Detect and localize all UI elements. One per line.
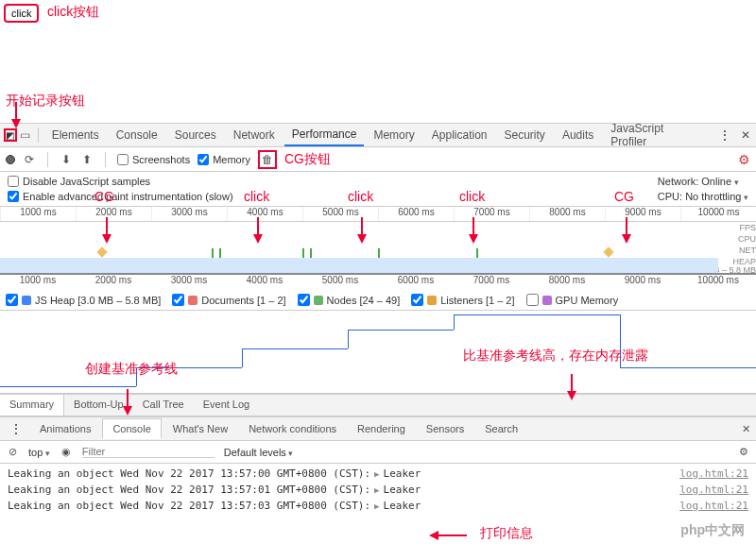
tab-calltree[interactable]: Call Tree bbox=[133, 395, 194, 416]
memory-legend: JS Heap [3.0 MB – 5.8 MB] Documents [1 –… bbox=[0, 290, 756, 311]
network-select[interactable]: Online bbox=[701, 176, 738, 187]
tab-sources[interactable]: Sources bbox=[167, 125, 224, 145]
console-toolbar: ⊘ top ◉ Default levels ⚙ bbox=[0, 441, 756, 464]
reload-icon[interactable]: ⟳ bbox=[23, 153, 36, 166]
tab-memory[interactable]: Memory bbox=[366, 125, 421, 145]
drawer-more-icon[interactable]: ⋮ bbox=[4, 421, 28, 436]
levels-select[interactable]: Default levels bbox=[224, 447, 294, 458]
drawer-animations[interactable]: Animations bbox=[30, 419, 100, 438]
drawer-sensors[interactable]: Sensors bbox=[417, 419, 473, 438]
drawer-netcond[interactable]: Network conditions bbox=[239, 419, 346, 438]
separator bbox=[38, 127, 39, 143]
page-click-button[interactable]: click bbox=[4, 4, 39, 23]
drawer-console[interactable]: Console bbox=[102, 418, 161, 439]
memory-chart[interactable] bbox=[0, 311, 756, 394]
disable-js-samples[interactable]: Disable JavaScript samples bbox=[8, 176, 233, 187]
drawer-whatsnew[interactable]: What's New bbox=[163, 419, 237, 438]
inspect-icon[interactable]: ◩ bbox=[4, 128, 17, 142]
download-icon[interactable]: ⬇ bbox=[60, 153, 73, 166]
console-filter-input[interactable] bbox=[82, 446, 215, 458]
jsheap-toggle[interactable] bbox=[6, 294, 18, 306]
devtools-tabbar: ◩ ▭ Elements Console Sources Network Per… bbox=[0, 123, 756, 147]
perf-settings: Disable JavaScript samples Enable advanc… bbox=[0, 172, 756, 207]
clear-console-icon[interactable]: ⊘ bbox=[6, 446, 19, 459]
enable-paint[interactable]: Enable advanced paint instrumentation (s… bbox=[8, 191, 233, 202]
record-button[interactable] bbox=[6, 155, 15, 164]
watermark: php中文网 bbox=[680, 522, 745, 539]
arrow-icon bbox=[11, 119, 21, 128]
upload-icon[interactable]: ⬆ bbox=[80, 153, 94, 166]
gpu-toggle[interactable] bbox=[526, 294, 539, 306]
console-row: Leaking an object Wed Nov 22 2017 13:57:… bbox=[0, 498, 756, 514]
overview-labels: FPSCPUNETHEAP bbox=[732, 222, 756, 267]
more-icon[interactable]: ⋮ bbox=[713, 127, 737, 143]
tab-application[interactable]: Application bbox=[424, 125, 495, 145]
drawer-search[interactable]: Search bbox=[475, 419, 527, 438]
nodes-toggle[interactable] bbox=[298, 294, 310, 306]
context-select[interactable]: top bbox=[28, 447, 50, 458]
timeline-ruler-top[interactable]: 1000 ms2000 ms3000 ms4000 ms5000 ms6000 … bbox=[0, 207, 756, 222]
tab-elements[interactable]: Elements bbox=[44, 125, 107, 145]
tab-performance[interactable]: Performance bbox=[284, 124, 365, 146]
drawer-tabs: ⋮ Animations Console What's New Network … bbox=[0, 416, 756, 441]
source-link[interactable]: log.html:21 bbox=[679, 467, 748, 480]
memory-checkbox[interactable]: Memory bbox=[198, 154, 250, 165]
console-row: Leaking an object Wed Nov 22 2017 13:57:… bbox=[0, 466, 756, 482]
gc-marker bbox=[96, 246, 107, 257]
eye-icon[interactable]: ◉ bbox=[60, 446, 73, 459]
settings-gear-icon[interactable]: ⚙ bbox=[738, 152, 750, 167]
anno-start-record: 开始记录按钮 bbox=[6, 93, 85, 110]
device-icon[interactable]: ▭ bbox=[19, 128, 32, 142]
console-settings-icon[interactable]: ⚙ bbox=[737, 446, 750, 459]
console-row: Leaking an object Wed Nov 22 2017 13:57:… bbox=[0, 482, 756, 498]
docs-toggle[interactable] bbox=[172, 294, 184, 306]
source-link[interactable]: log.html:21 bbox=[679, 484, 748, 496]
source-link[interactable]: log.html:21 bbox=[679, 500, 748, 512]
tab-jsprofiler[interactable]: JavaScript Profiler bbox=[603, 118, 709, 152]
close-icon[interactable]: ✕ bbox=[739, 128, 752, 142]
tab-eventlog[interactable]: Event Log bbox=[194, 395, 260, 416]
tab-console[interactable]: Console bbox=[109, 125, 165, 145]
timeline-ruler-bottom: 1000 ms2000 ms3000 ms4000 ms5000 ms6000 … bbox=[0, 275, 756, 290]
cpu-select[interactable]: No throttling bbox=[685, 191, 748, 202]
gc-button[interactable]: 🗑 bbox=[258, 150, 277, 169]
anno-cg-btn: CG按钮 bbox=[284, 151, 331, 168]
gc-marker bbox=[603, 246, 613, 257]
screenshots-checkbox[interactable]: Screenshots bbox=[117, 154, 190, 165]
tab-summary[interactable]: Summary bbox=[0, 395, 64, 416]
trash-icon: 🗑 bbox=[261, 153, 274, 166]
devtools-panel: ◩ ▭ Elements Console Sources Network Per… bbox=[0, 123, 756, 560]
listeners-toggle[interactable] bbox=[411, 294, 423, 306]
drawer-close-icon[interactable]: ✕ bbox=[739, 422, 752, 435]
tab-network[interactable]: Network bbox=[226, 125, 283, 145]
tab-audits[interactable]: Audits bbox=[555, 125, 601, 145]
anno-click-btn: click按钮 bbox=[47, 4, 99, 21]
tab-security[interactable]: Security bbox=[497, 125, 553, 145]
details-tabs: Summary Bottom-Up Call Tree Event Log bbox=[0, 394, 756, 416]
console-output: Leaking an object Wed Nov 22 2017 13:57:… bbox=[0, 464, 756, 516]
overview-pane[interactable]: FPSCPUNETHEAP 3.0 MB – 5.8 MB bbox=[0, 222, 756, 275]
drawer-rendering[interactable]: Rendering bbox=[348, 419, 415, 438]
